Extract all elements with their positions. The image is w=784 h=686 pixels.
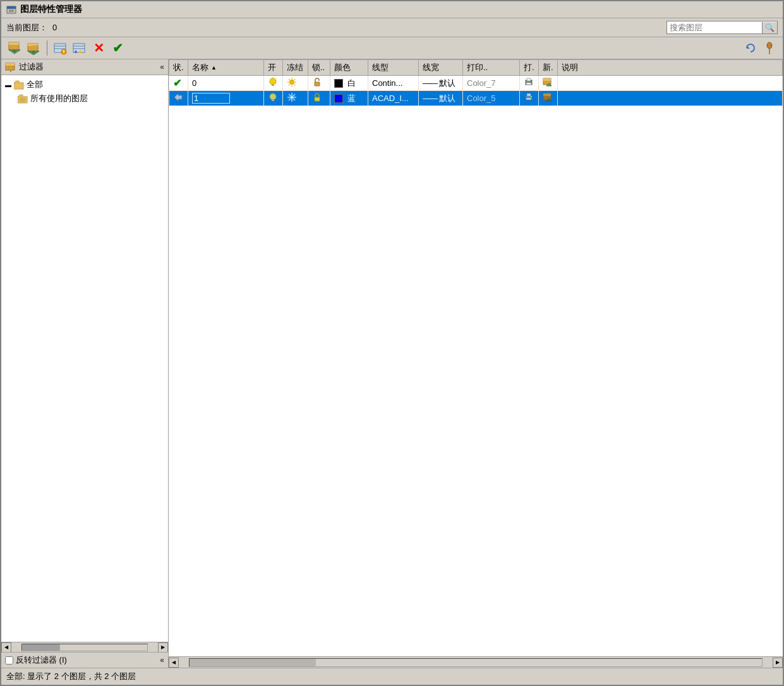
refresh-button[interactable] [742,40,759,56]
cell-name-0[interactable]: 0 [188,76,264,91]
cell-lock-1[interactable] [308,91,330,106]
sidebar-tree: ▬ 全部 所有使用的图层 [1,75,168,642]
new-layer-freeze-icon [73,41,87,55]
cell-color-1[interactable]: 蓝 [330,91,368,106]
status-text: 全部: 显示了 2 个图层，共 2 个图层 [6,671,136,681]
search-input[interactable] [667,21,762,33]
col-print[interactable]: 打. [520,60,539,76]
col-print-style[interactable]: 打印.. [463,60,520,76]
invert-filter-text: 反转过滤器 (I) [16,654,67,666]
svg-point-74 [531,96,532,97]
svg-rect-21 [73,44,85,52]
group-filter-icon [27,41,40,55]
svg-rect-57 [527,78,531,81]
sidebar-header: 过滤器 « [1,59,168,75]
sidebar-collapse-button[interactable]: « [160,63,164,71]
svg-point-58 [531,81,532,82]
svg-rect-76 [543,93,551,96]
svg-point-20 [63,52,64,54]
col-description[interactable]: 说明 [558,60,783,76]
cell-name-1[interactable] [188,91,264,106]
print-icon-1 [524,92,534,102]
new-vp-icon-0 [543,77,553,87]
cell-linetype-0[interactable]: Contin... [368,76,419,91]
col-lock[interactable]: 锁.. [308,60,330,76]
cell-linewidth-0[interactable]: —— 默认 [419,76,463,91]
layer-table: 状. 名称 ▲ 开 冻结 锁.. 颜色 [169,59,783,106]
svg-rect-54 [315,82,320,86]
current-layer-value: 0 [52,23,57,32]
cell-new-vp-0[interactable] [539,76,558,91]
new-vp-icon-1 [543,92,553,102]
expand-icon-all: ▬ [5,81,11,88]
pin-icon [763,42,776,54]
tree-item-all[interactable]: ▬ 全部 [4,78,166,92]
bottom-scroll-thumb[interactable] [190,659,316,666]
col-color[interactable]: 颜色 [330,60,368,76]
settings-button[interactable] [761,40,778,56]
tree-item-used[interactable]: 所有使用的图层 [16,92,166,105]
header-row: 状. 名称 ▲ 开 冻结 锁.. 颜色 [169,60,783,76]
sidebar-scroll-left[interactable]: ◀ [1,642,11,653]
search-button[interactable]: 🔍 [762,22,777,33]
layer-table-scroll[interactable]: 状. 名称 ▲ 开 冻结 锁.. 颜色 [169,59,783,656]
cell-linetype-1[interactable]: ACAD_I... [368,91,419,106]
new-layer-freeze-button[interactable] [71,40,88,56]
sort-indicator: ▲ [211,64,217,71]
cell-print-style-0[interactable]: Color_7 [463,76,520,91]
current-layer-label: 当前图层： [6,22,47,33]
cell-freeze-1[interactable] [283,91,308,106]
svg-line-51 [294,85,296,86]
col-linetype[interactable]: 线型 [368,60,419,76]
light-on-icon [268,77,278,87]
new-properties-filter-button[interactable] [6,40,23,56]
col-name[interactable]: 名称 ▲ [188,60,264,76]
folder-icon-used [18,93,28,104]
cell-on-1[interactable] [264,91,283,106]
svg-rect-32 [6,63,15,66]
sidebar-header-left: 过滤器 [5,61,44,73]
set-current-button[interactable]: ✔ [109,40,126,56]
col-new-vp[interactable]: 新. [539,60,558,76]
svg-rect-11 [28,44,38,45]
color-swatch-1 [334,94,343,103]
main-content: 过滤器 « ▬ 全部 [1,59,783,668]
layer-states-manager-button[interactable] [52,40,69,56]
delete-layer-button[interactable]: ✕ [90,40,107,56]
cell-on-0[interactable] [264,76,283,91]
table-row[interactable]: ✔ 0 [169,76,783,91]
col-status[interactable]: 状. [169,60,188,76]
col-on[interactable]: 开 [264,60,283,76]
layer-name-input-1[interactable] [192,93,230,104]
cell-print-0[interactable] [520,76,539,91]
new-group-filter-button[interactable] [25,40,42,56]
print-icon-0 [524,77,534,87]
cell-color-0[interactable]: 白 [330,76,368,91]
scroll-left-button[interactable]: ◀ [169,658,179,668]
layer-states-icon [54,41,68,55]
sidebar-scroll-thumb[interactable] [22,644,60,651]
color-swatch-0 [334,79,343,88]
cell-new-vp-1[interactable] [539,91,558,106]
invert-filter-label[interactable]: 反转过滤器 (I) [5,654,67,666]
col-freeze[interactable]: 冻结 [283,60,308,76]
cell-freeze-0[interactable] [283,76,308,91]
table-row[interactable]: 蓝 ACAD_I... —— 默认 Color_5 [169,91,783,106]
sidebar-footer-collapse[interactable]: « [160,656,164,665]
invert-filter-checkbox[interactable] [5,656,13,665]
svg-marker-27 [747,45,750,49]
unlock-icon [312,77,322,87]
svg-rect-56 [526,83,531,85]
cell-print-1[interactable] [520,91,539,106]
layer-table-header: 状. 名称 ▲ 开 冻结 锁.. 颜色 [169,60,783,76]
scroll-right-button[interactable]: ▶ [773,658,783,668]
cell-status-0: ✔ [169,76,188,91]
cell-print-style-1[interactable]: Color_5 [463,91,520,106]
cell-status-1 [169,91,188,106]
cell-linewidth-1[interactable]: —— 默认 [419,91,463,106]
properties-filter-icon [8,41,21,55]
col-linewidth[interactable]: 线宽 [419,60,463,76]
svg-line-50 [289,79,290,80]
sidebar-scroll-right[interactable]: ▶ [158,642,168,653]
cell-lock-0[interactable] [308,76,330,91]
